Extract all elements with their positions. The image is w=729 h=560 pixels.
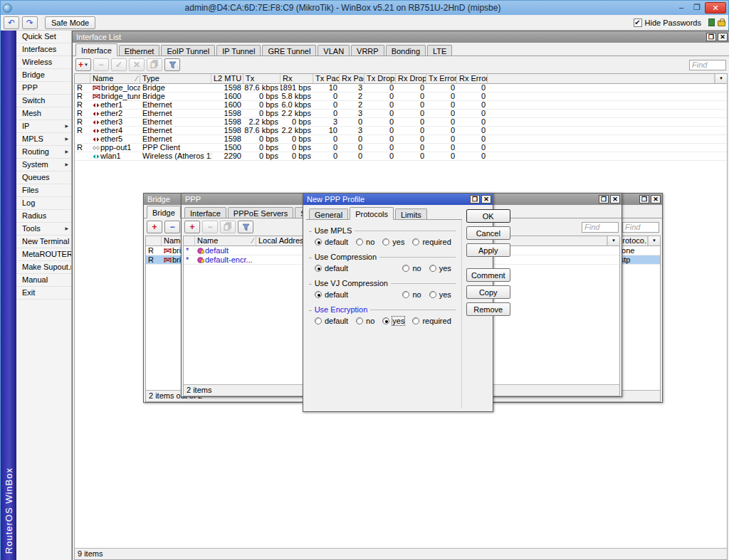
radio-icon[interactable] (412, 238, 419, 245)
restore-icon[interactable]: ❐ (639, 195, 649, 204)
dialog-tab-general[interactable]: General (309, 208, 348, 219)
radio-icon[interactable] (429, 291, 436, 298)
table-row[interactable]: Rbridge_localBridge159887.6 kbps1891 bps… (75, 84, 727, 93)
column-header-rx[interactable]: Rx (280, 74, 313, 83)
radio-option-use-mpls-yes[interactable]: yes (382, 238, 404, 246)
interface-list-tab-ip-tunnel[interactable]: IP Tunnel (216, 45, 261, 56)
radio-option-use-vj-compression-no[interactable]: no (402, 290, 421, 299)
find-input[interactable] (689, 60, 726, 70)
interface-list-titlebar[interactable]: Interface List ❐ ✕ (73, 31, 729, 43)
interface-list-tab-eoip-tunnel[interactable]: EoIP Tunnel (161, 45, 215, 56)
radio-option-use-compression-default[interactable]: default (315, 264, 348, 273)
remove-button[interactable]: − (202, 221, 218, 233)
find-input[interactable] (622, 222, 659, 233)
minimize-button[interactable]: – (673, 2, 689, 14)
apply-button[interactable]: Apply (466, 243, 510, 257)
bridge-tab-bridge[interactable]: Bridge (147, 206, 181, 218)
sidebar-item-tools[interactable]: Tools▶ (16, 223, 71, 236)
radio-icon[interactable] (315, 265, 322, 272)
remove-button[interactable]: Remove (466, 302, 510, 316)
interface-list-tab-vrrp[interactable]: VRRP (351, 45, 384, 56)
hide-passwords-checkbox[interactable]: ✔ (634, 19, 642, 27)
sidebar-item-ppp[interactable]: PPP (16, 82, 71, 95)
sidebar-item-exit[interactable]: Exit (16, 287, 71, 300)
column-header-rx-errors[interactable]: Rx Errors (457, 74, 488, 83)
column-select-dropdown[interactable]: ▼ (715, 74, 727, 83)
sidebar-item-wireless[interactable]: Wireless (16, 56, 71, 69)
column-header-type[interactable]: Type (140, 74, 211, 83)
radio-option-use-encryption-required[interactable]: required (412, 317, 451, 325)
close-icon[interactable]: ✕ (610, 195, 620, 204)
ok-button[interactable]: OK (466, 209, 510, 223)
restore-icon[interactable]: ❐ (599, 195, 609, 204)
radio-icon[interactable] (402, 265, 409, 272)
table-row[interactable]: Rether4Ethernet159887.6 kbps2.2 kbps1030… (75, 127, 727, 135)
sidebar-item-metarouter[interactable]: MetaROUTER (16, 248, 71, 261)
comment-button[interactable]: Comment (466, 268, 510, 282)
filter-icon[interactable] (238, 221, 253, 233)
close-button[interactable]: ✕ (705, 2, 726, 14)
column-header-tx-pac[interactable]: Tx Pac... (313, 74, 340, 83)
close-icon[interactable]: ✕ (481, 195, 491, 204)
sidebar-item-radius[interactable]: Radius (16, 210, 71, 223)
table-row[interactable]: Rppp-out1PPP Client15000 bps0 bps000000 (75, 144, 727, 152)
column-marker[interactable] (184, 236, 195, 245)
column-flag[interactable] (75, 74, 90, 83)
radio-option-use-vj-compression-default[interactable]: default (315, 290, 348, 299)
radio-icon[interactable] (382, 238, 389, 245)
interface-list-tab-ethernet[interactable]: Ethernet (119, 45, 160, 56)
radio-option-use-vj-compression-yes[interactable]: yes (429, 290, 451, 299)
sidebar-item-interfaces[interactable]: Interfaces (16, 43, 71, 56)
remove-button[interactable]: − (93, 58, 109, 71)
column-header-tx[interactable]: Tx (243, 74, 280, 83)
radio-option-use-mpls-no[interactable]: no (356, 238, 374, 246)
ppp-tab-interface[interactable]: Interface (184, 207, 226, 218)
sidebar-item-files[interactable]: Files (16, 184, 71, 197)
interface-list-tab-lte[interactable]: LTE (427, 45, 452, 56)
maximize-icon[interactable]: ❐ (470, 195, 480, 204)
radio-option-use-encryption-yes[interactable]: yes (382, 317, 404, 325)
column-header-name[interactable]: Name∕ (90, 74, 140, 83)
sidebar-item-new-terminal[interactable]: New Terminal (16, 236, 71, 248)
undo-icon[interactable]: ↶ (4, 16, 19, 29)
radio-icon[interactable] (315, 291, 322, 298)
close-icon[interactable]: ✕ (651, 195, 661, 204)
column-header-rx-pac[interactable]: Rx Pac... (340, 74, 364, 83)
sidebar-item-routing[interactable]: Routing▶ (16, 146, 71, 159)
table-row[interactable]: ether5Ethernet15980 bps0 bps000000 (75, 135, 727, 144)
filter-icon[interactable] (164, 58, 180, 71)
add-button[interactable]: +▼ (75, 58, 91, 71)
column-header-tx-errors[interactable]: Tx Errors (426, 74, 457, 83)
table-row[interactable]: Rether3Ethernet15982.2 kbps0 bps300000 (75, 118, 727, 127)
enable-button[interactable]: ✓ (111, 58, 127, 71)
sidebar-item-mpls[interactable]: MPLS▶ (16, 133, 71, 146)
column-header-l2-mtu[interactable]: L2 MTU (211, 74, 243, 83)
restore-icon[interactable]: ❐ (706, 33, 716, 41)
ppp-tab-pppoe-servers[interactable]: PPPoE Servers (228, 207, 293, 218)
close-icon[interactable]: ✕ (718, 33, 728, 41)
radio-icon[interactable] (402, 291, 409, 298)
interface-list-tab-vlan[interactable]: VLAN (318, 45, 350, 56)
radio-option-use-compression-yes[interactable]: yes (429, 264, 451, 273)
column-flag[interactable] (146, 236, 162, 245)
table-row[interactable]: Rether1Ethernet16000 bps6.0 kbps020000 (75, 101, 727, 110)
radio-icon[interactable] (315, 238, 322, 245)
interface-list-tab-interface[interactable]: Interface (75, 43, 117, 56)
find-input[interactable] (582, 222, 619, 233)
add-button[interactable]: + (184, 221, 200, 233)
radio-icon[interactable] (356, 317, 363, 324)
column-header-rx-drops[interactable]: Rx Drops (396, 74, 426, 83)
radio-option-use-compression-no[interactable]: no (402, 264, 421, 273)
radio-icon[interactable] (429, 265, 436, 272)
disable-button[interactable]: ✕ (129, 58, 145, 71)
sidebar-item-log[interactable]: Log (16, 197, 71, 210)
interface-list-tab-gre-tunnel[interactable]: GRE Tunnel (262, 45, 316, 56)
sidebar-item-bridge[interactable]: Bridge (16, 69, 71, 82)
column-header-name[interactable]: Name∕ (195, 236, 256, 245)
copy-button[interactable]: Copy (466, 285, 510, 299)
safe-mode-button[interactable]: Safe Mode (45, 16, 95, 29)
radio-icon[interactable] (315, 317, 322, 324)
sidebar-item-system[interactable]: System▶ (16, 159, 71, 171)
remove-button[interactable]: − (164, 221, 180, 233)
sidebar-item-make-supout-rif[interactable]: Make Supout.rif (16, 261, 71, 274)
